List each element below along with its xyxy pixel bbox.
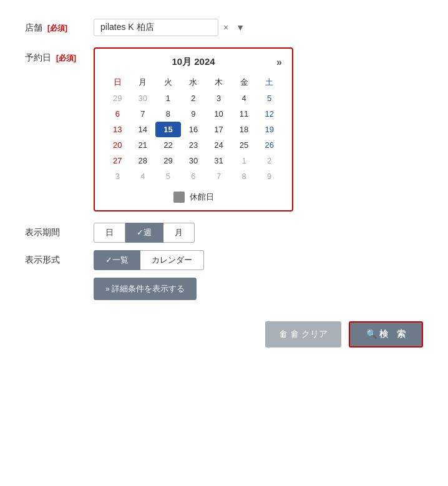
legend-box	[173, 192, 185, 203]
calendar-day[interactable]: 21	[130, 137, 156, 153]
calendar-day[interactable]: 1	[231, 153, 257, 168]
calendar-day[interactable]: 8	[231, 168, 257, 184]
calendar-day[interactable]: 5	[256, 90, 282, 106]
search-button[interactable]: 🔍 検 索	[349, 321, 423, 347]
detail-conditions-button[interactable]: 詳細条件を表示する	[94, 278, 197, 300]
store-clear-button[interactable]: ×	[221, 20, 231, 35]
calendar-day[interactable]: 31	[206, 153, 231, 168]
calendar-day[interactable]: 9	[181, 106, 207, 122]
calendar-day[interactable]: 5	[155, 168, 181, 184]
search-icon: 🔍	[366, 329, 377, 339]
period-day-button[interactable]: 日	[94, 223, 125, 243]
calendar-day[interactable]: 23	[181, 137, 207, 153]
store-required-badge: [必須]	[47, 24, 67, 32]
calendar-day[interactable]: 3	[206, 90, 231, 106]
calendar-week-row: 6789101112	[105, 106, 282, 122]
calendar-week-row: 272829303112	[105, 153, 282, 168]
calendar-day[interactable]: 13	[105, 122, 130, 137]
calendar-day[interactable]: 6	[105, 106, 130, 122]
col-sat: 土	[256, 74, 282, 90]
detail-btn-wrap: 詳細条件を表示する	[25, 278, 423, 315]
col-thu: 木	[206, 74, 231, 90]
period-week-button[interactable]: ✓週	[125, 223, 163, 243]
store-row: 店舗 [必須] × ▼	[25, 19, 423, 36]
calendar-day[interactable]: 27	[105, 153, 130, 168]
calendar-day[interactable]: 9	[256, 168, 282, 184]
calendar-day[interactable]: 1	[155, 90, 181, 106]
store-dropdown-button[interactable]: ▼	[233, 20, 247, 35]
col-sun: 日	[105, 74, 130, 90]
calendar-day[interactable]: 8	[155, 106, 181, 122]
calendar-next-button[interactable]: »	[276, 57, 282, 68]
period-row: 表示期間 日 ✓週 月	[25, 223, 423, 243]
calendar-day[interactable]: 10	[206, 106, 231, 122]
col-mon: 月	[130, 74, 156, 90]
calendar-week-row: 13141516171819	[105, 122, 282, 137]
trash-icon: 🗑	[279, 329, 288, 339]
calendar-day[interactable]: 29	[105, 90, 130, 106]
store-label-text: 店舗	[25, 22, 42, 32]
period-label: 表示期間	[25, 227, 94, 238]
format-row: 表示形式 ✓一覧 カレンダー	[25, 250, 423, 270]
calendar-week-row: 293012345	[105, 90, 282, 106]
calendar-day[interactable]: 2	[256, 153, 282, 168]
format-list-button[interactable]: ✓一覧	[94, 250, 140, 270]
calendar: 10月 2024 » 日 月 火 水 木 金 土 293012345678	[94, 47, 293, 211]
calendar-legend: 休館日	[105, 192, 282, 203]
calendar-week-row: 20212223242526	[105, 137, 282, 153]
calendar-day[interactable]: 26	[256, 137, 282, 153]
calendar-day[interactable]: 19	[256, 122, 282, 137]
calendar-day[interactable]: 30	[181, 153, 207, 168]
format-btn-group: ✓一覧 カレンダー	[94, 250, 204, 270]
calendar-day[interactable]: 17	[206, 122, 231, 137]
calendar-day[interactable]: 16	[181, 122, 207, 137]
calendar-day[interactable]: 28	[130, 153, 156, 168]
calendar-day[interactable]: 2	[181, 90, 207, 106]
calendar-week-row: 3456789	[105, 168, 282, 184]
calendar-day[interactable]: 11	[231, 106, 257, 122]
calendar-grid: 日 月 火 水 木 金 土 29301234567891011121314151…	[105, 74, 282, 184]
calendar-title: 10月 2024	[172, 56, 215, 68]
format-label: 表示形式	[25, 255, 94, 266]
col-fri: 金	[231, 74, 257, 90]
calendar-day[interactable]: 6	[181, 168, 207, 184]
store-label: 店舗 [必須]	[25, 19, 94, 34]
calendar-day[interactable]: 24	[206, 137, 231, 153]
calendar-day[interactable]: 3	[105, 168, 130, 184]
calendar-day[interactable]: 7	[206, 168, 231, 184]
calendar-day[interactable]: 22	[155, 137, 181, 153]
date-label: 予約日 [必須]	[25, 47, 94, 64]
date-label-text: 予約日	[25, 52, 51, 62]
calendar-day[interactable]: 14	[130, 122, 156, 137]
calendar-day[interactable]: 4	[130, 168, 156, 184]
calendar-day[interactable]: 15	[155, 122, 181, 137]
calendar-day[interactable]: 25	[231, 137, 257, 153]
calendar-day[interactable]: 29	[155, 153, 181, 168]
calendar-header: 10月 2024 »	[105, 56, 282, 68]
clear-button[interactable]: 🗑 🗑 クリア	[265, 321, 341, 347]
date-row: 予約日 [必須] 10月 2024 » 日 月 火 水 木 金 土	[25, 47, 423, 211]
search-label: 検 索	[379, 329, 406, 339]
clear-label: 🗑 クリア	[290, 329, 328, 339]
store-select-wrap: × ▼	[94, 19, 247, 36]
format-calendar-button[interactable]: カレンダー	[140, 250, 204, 270]
calendar-day[interactable]: 30	[130, 90, 156, 106]
calendar-header-row: 日 月 火 水 木 金 土	[105, 74, 282, 90]
col-tue: 火	[155, 74, 181, 90]
period-month-button[interactable]: 月	[163, 223, 195, 243]
period-btn-group: 日 ✓週 月	[94, 223, 195, 243]
store-input[interactable]	[94, 19, 218, 36]
calendar-day[interactable]: 4	[231, 90, 257, 106]
col-wed: 水	[181, 74, 207, 90]
calendar-day[interactable]: 18	[231, 122, 257, 137]
action-row: 🗑 🗑 クリア 🔍 検 索	[25, 321, 423, 347]
date-required-badge: [必須]	[56, 54, 76, 62]
legend-label: 休館日	[190, 192, 214, 203]
calendar-day[interactable]: 12	[256, 106, 282, 122]
calendar-day[interactable]: 7	[130, 106, 156, 122]
calendar-day[interactable]: 20	[105, 137, 130, 153]
